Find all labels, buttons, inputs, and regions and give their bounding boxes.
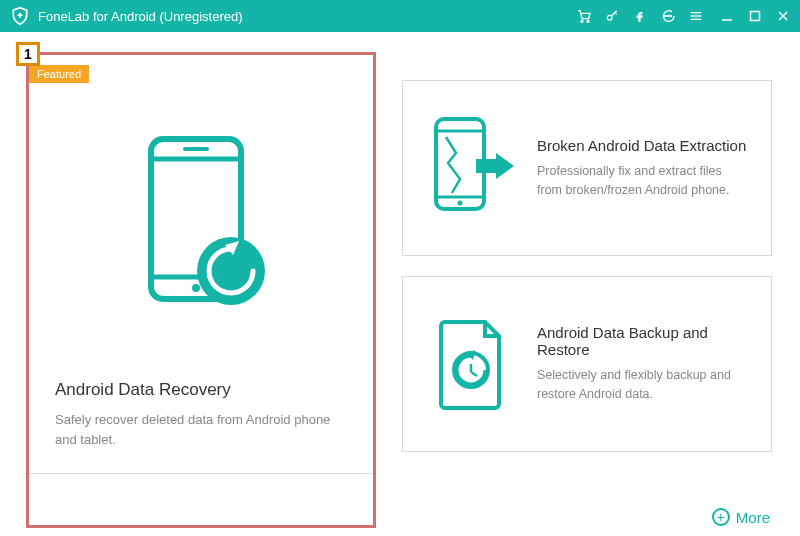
minimize-button[interactable]	[720, 9, 734, 23]
svg-point-7	[670, 15, 671, 16]
recovery-icon	[55, 79, 347, 372]
svg-point-25	[458, 201, 463, 206]
backup-icon	[425, 314, 517, 414]
svg-marker-27	[496, 153, 514, 179]
card-title: Broken Android Data Extraction	[537, 137, 749, 154]
content-area: 1 Featured Android Data R	[0, 32, 800, 536]
svg-point-18	[192, 284, 200, 292]
svg-rect-12	[751, 12, 760, 21]
plus-circle-icon: +	[712, 508, 730, 526]
card-android-data-recovery[interactable]: Featured Android Data Recovery Safely re	[28, 54, 374, 474]
svg-line-31	[471, 372, 477, 376]
svg-point-4	[607, 15, 612, 20]
card-android-backup-restore[interactable]: Android Data Backup and Restore Selectiv…	[402, 276, 772, 452]
shield-plus-icon	[10, 6, 30, 26]
svg-point-5	[665, 15, 666, 16]
more-button[interactable]: + More	[712, 508, 770, 526]
more-label: More	[736, 509, 770, 526]
app-window: FoneLab for Android (Unregistered)	[0, 0, 800, 536]
step-badge: 1	[16, 42, 40, 66]
toolbar-icons	[576, 8, 704, 24]
card-title: Android Data Recovery	[55, 380, 347, 400]
svg-point-2	[581, 20, 583, 22]
cart-icon[interactable]	[576, 8, 592, 24]
right-column: Broken Android Data Extraction Professio…	[402, 80, 772, 526]
extraction-icon	[425, 113, 517, 223]
card-description: Professionally fix and extract files fro…	[537, 162, 749, 200]
card-broken-android-extraction[interactable]: Broken Android Data Extraction Professio…	[402, 80, 772, 256]
featured-badge: Featured	[29, 65, 89, 83]
svg-point-3	[587, 20, 589, 22]
card-description: Selectively and flexibly backup and rest…	[537, 366, 749, 404]
window-controls	[720, 9, 790, 23]
maximize-button[interactable]	[748, 9, 762, 23]
left-column: 1 Featured Android Data R	[28, 54, 374, 526]
card-title: Android Data Backup and Restore	[537, 324, 749, 358]
feedback-icon[interactable]	[660, 8, 676, 24]
key-icon[interactable]	[604, 8, 620, 24]
card-description: Safely recover deleted data from Android…	[55, 410, 347, 449]
titlebar: FoneLab for Android (Unregistered)	[0, 0, 800, 32]
svg-rect-26	[476, 159, 496, 173]
facebook-icon[interactable]	[632, 8, 648, 24]
menu-icon[interactable]	[688, 8, 704, 24]
window-title: FoneLab for Android (Unregistered)	[38, 9, 243, 24]
close-button[interactable]	[776, 9, 790, 23]
svg-point-6	[667, 15, 668, 16]
